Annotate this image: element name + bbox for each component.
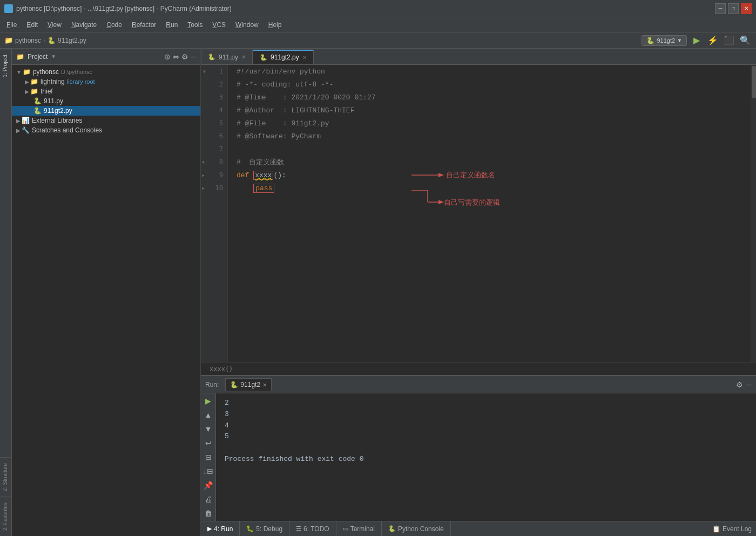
- line-gutter: ▼1 2 3 4 5 6 7 ▼8 ▶9 ▶10: [201, 65, 228, 362]
- scrollbar-thumb[interactable]: [752, 66, 756, 98]
- tree-item-lightning[interactable]: ▶ 📁 lightning library root: [12, 77, 200, 86]
- code-func-paren: ():: [273, 171, 286, 179]
- event-log-btn[interactable]: 📋 Event Log: [712, 525, 756, 533]
- main-area: 1: Project Z: Structure 2: Favorites 📁 P…: [0, 49, 756, 536]
- project-header-actions: ⊕ ⇔ ⚙ ─: [164, 52, 196, 61]
- tree-label-lightning-tag: library root: [67, 78, 95, 85]
- add-content-icon[interactable]: ⊕: [164, 52, 171, 61]
- run-filter2-btn[interactable]: ↓⊟: [202, 466, 214, 477]
- run-pin-btn[interactable]: 📌: [202, 480, 214, 491]
- menu-bar: File Edit View Navigate Code Refactor Ru…: [0, 17, 756, 32]
- tab-close-911[interactable]: ✕: [241, 54, 246, 60]
- tree-item-911gt2[interactable]: 🐍 911gt2.py: [12, 106, 200, 116]
- breadcrumb-file[interactable]: 911gt2.py: [58, 37, 86, 44]
- menu-run[interactable]: Run: [161, 20, 182, 30]
- run-print-btn[interactable]: 🖨: [202, 494, 214, 505]
- tab-project[interactable]: 1: Project: [0, 49, 11, 83]
- bottom-tab-pyconsole[interactable]: 🐍 Python Console: [382, 521, 451, 537]
- bottom-tab-run[interactable]: ▶ 4: Run: [201, 521, 240, 537]
- menu-edit[interactable]: Edit: [22, 20, 42, 30]
- annotation-arrow-1: [411, 170, 444, 180]
- tree-item-root[interactable]: ▼ 📁 pythonsc D:\pythonsc: [12, 67, 200, 77]
- run-button[interactable]: ▶: [690, 34, 703, 47]
- close-button[interactable]: ✕: [741, 3, 752, 14]
- menu-refactor[interactable]: Refactor: [127, 20, 160, 30]
- editor-scrollbar[interactable]: [751, 65, 756, 362]
- run-play-btn[interactable]: ▶: [202, 396, 214, 406]
- tab-911gt2py[interactable]: 🐍 911gt2.py ✕: [253, 50, 314, 64]
- tab-icon-911: 🐍: [208, 53, 215, 61]
- settings-icon[interactable]: ⚙: [181, 52, 188, 61]
- menu-file[interactable]: File: [2, 20, 21, 30]
- folder-icon-lightning: 📁: [30, 78, 38, 85]
- code-line-blank-3: [228, 220, 751, 233]
- code-pass-keyword: pass: [253, 184, 274, 193]
- run-line-1: 2: [225, 398, 747, 409]
- tree-label-911: 911.py: [44, 97, 63, 105]
- run-scroll-down-btn[interactable]: ▼: [202, 424, 214, 434]
- bottom-tab-debug[interactable]: 🐛 5: Debug: [240, 521, 289, 537]
- maximize-button[interactable]: □: [728, 3, 739, 14]
- lib-icon-ext: 📊: [22, 117, 30, 124]
- breadcrumb-file-icon: 🐍: [48, 37, 56, 44]
- run-label: Run:: [205, 381, 219, 388]
- menu-window[interactable]: Window: [231, 20, 263, 30]
- run-clear-btn[interactable]: 🗑: [202, 508, 214, 519]
- tree-arrow-lightning: ▶: [25, 79, 29, 85]
- tab-icon-911gt2: 🐍: [260, 54, 267, 61]
- tree-item-scratches[interactable]: ▶ 🔧 Scratches and Consoles: [12, 125, 200, 135]
- menu-help[interactable]: Help: [264, 20, 286, 30]
- tab-bar: 🐍 911.py ✕ 🐍 911gt2.py ✕: [201, 49, 756, 65]
- menu-vcs[interactable]: VCS: [208, 20, 230, 30]
- bottom-tab-pyconsole-label: Python Console: [398, 525, 444, 533]
- project-header-icon: 📁: [16, 53, 24, 61]
- coverage-button[interactable]: ⚡: [706, 34, 719, 47]
- run-content: ▶ ▲ ▼ ↩ ⊟ ↓⊟ 📌 🖨 🗑 2 3 4 5 Process fi: [201, 393, 756, 521]
- run-tab-911gt2[interactable]: 🐍 911gt2 ✕: [225, 378, 272, 391]
- run-panel-actions: ⚙ ─: [736, 380, 752, 389]
- tree-arrow-thief: ▶: [25, 89, 29, 95]
- tab-structure[interactable]: Z: Structure: [0, 457, 11, 497]
- code-line-8: # 自定义函数: [228, 156, 751, 169]
- window-controls[interactable]: ─ □ ✕: [715, 3, 752, 14]
- breadcrumb-project[interactable]: pythonsc: [15, 37, 41, 44]
- run-scroll-up-btn[interactable]: ▲: [202, 410, 214, 420]
- tree-item-911py[interactable]: 🐍 911.py: [12, 96, 200, 106]
- pyconsole-icon: 🐍: [388, 525, 396, 532]
- run-wrap-btn[interactable]: ↩: [202, 438, 214, 448]
- tree-label-scratches: Scratches and Consoles: [32, 126, 102, 134]
- menu-code[interactable]: Code: [102, 20, 126, 30]
- run-panel: Run: 🐍 911gt2 ✕ ⚙ ─ ▶ ▲ ▼ ↩ ⊟: [201, 375, 756, 521]
- menu-navigate[interactable]: Navigate: [67, 20, 101, 30]
- run-settings-btn[interactable]: ⚙: [736, 380, 743, 389]
- breadcrumb-bar: 📁 pythonsc › 🐍 911gt2.py 🐍 911gt2 ▼ ▶ ⚡ …: [0, 32, 756, 49]
- code-editor[interactable]: ▼1 2 3 4 5 6 7 ▼8 ▶9 ▶10: [201, 65, 756, 362]
- minimize-panel-icon[interactable]: ─: [191, 52, 196, 61]
- tree-item-ext-libs[interactable]: ▶ 📊 External Libraries: [12, 116, 200, 125]
- stop-button[interactable]: ⬛: [723, 34, 735, 47]
- search-everywhere-button[interactable]: 🔍: [739, 34, 752, 47]
- run-config-label: 911gt2: [657, 37, 675, 44]
- project-dropdown-icon[interactable]: ▼: [51, 53, 56, 59]
- tab-favorites[interactable]: 2: Favorites: [0, 497, 11, 536]
- file-icon-911: 🐍: [33, 97, 42, 105]
- run-tab-close[interactable]: ✕: [262, 382, 267, 388]
- code-shebang: #!/usr/bin/env python: [237, 68, 325, 76]
- code-func-name: xxxx: [253, 171, 273, 180]
- bottom-tab-terminal[interactable]: ▭ Terminal: [336, 521, 382, 537]
- minimize-button[interactable]: ─: [715, 3, 726, 14]
- bottom-tab-run-label: 4: Run: [214, 525, 233, 533]
- menu-view[interactable]: View: [43, 20, 66, 30]
- tree-item-thief[interactable]: ▶ 📁 thief: [12, 86, 200, 96]
- tab-911py[interactable]: 🐍 911.py ✕: [201, 50, 253, 64]
- run-config-button[interactable]: 🐍 911gt2 ▼: [642, 35, 687, 46]
- code-comment-5: # @File : 911gt2.py: [237, 119, 329, 128]
- menu-tools[interactable]: Tools: [183, 20, 207, 30]
- tab-close-911gt2[interactable]: ✕: [302, 55, 307, 61]
- code-line-9: def xxxx(): 自己定义函数名: [228, 169, 751, 182]
- run-minimize-btn[interactable]: ─: [746, 380, 752, 389]
- todo-icon: ☰: [296, 525, 301, 532]
- bottom-tab-todo[interactable]: ☰ 6: TODO: [289, 521, 336, 537]
- collapse-all-icon[interactable]: ⇔: [173, 52, 179, 61]
- run-filter-btn[interactable]: ⊟: [202, 452, 214, 463]
